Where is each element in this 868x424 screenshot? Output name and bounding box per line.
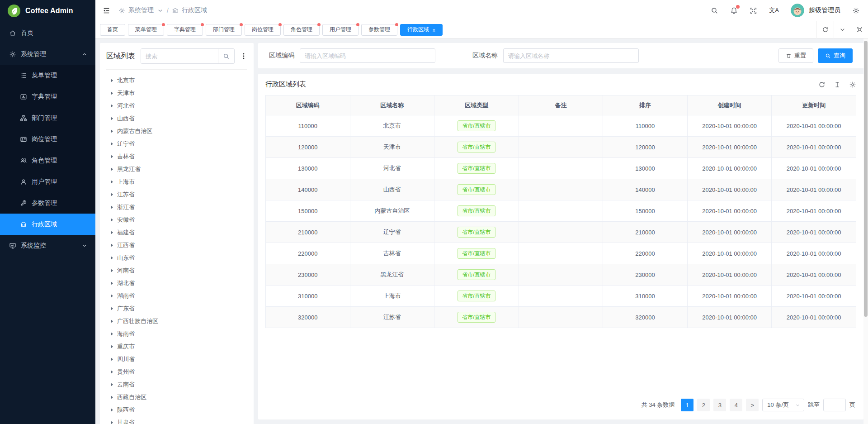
avatar[interactable] [791,4,804,17]
tab[interactable]: 菜单管理 [128,24,164,36]
tree-item[interactable]: 山东省 [106,252,247,264]
tab[interactable]: 首页 [100,24,125,36]
search-icon[interactable] [711,7,718,14]
caret-right-icon[interactable] [111,243,113,247]
tree-item[interactable]: 吉林省 [106,150,247,163]
table-row[interactable]: 230000黑龙江省省市/直辖市2300002020-10-01 00:00:0… [266,264,856,286]
caret-right-icon[interactable] [111,281,113,285]
tree-item[interactable]: 贵州省 [106,366,247,378]
sidebar-item[interactable]: 系统监控 [0,235,95,256]
tree-item[interactable]: 内蒙古自治区 [106,125,247,138]
query-button[interactable]: 查询 [818,48,853,63]
caret-right-icon[interactable] [111,218,113,222]
tree-item[interactable]: 湖北省 [106,277,247,290]
table-row[interactable]: 210000辽宁省省市/直辖市2100002020-10-01 00:00:00… [266,222,856,243]
tree-item[interactable]: 河北省 [106,100,247,112]
sidebar-item[interactable]: 角色管理 [0,150,95,171]
tree-item[interactable]: 陕西省 [106,404,247,416]
sidebar-item[interactable]: 菜单管理 [0,65,95,86]
tab[interactable]: 角色管理 [283,24,320,36]
page-size-select[interactable]: 10 条/页 [762,399,804,411]
caret-right-icon[interactable] [111,357,113,361]
table-row[interactable]: 150000内蒙古自治区省市/直辖市1500002020-10-01 00:00… [266,200,856,222]
jump-page-input[interactable] [823,399,846,411]
caret-right-icon[interactable] [111,180,113,184]
next-page-button[interactable]: > [746,399,759,411]
caret-right-icon[interactable] [111,104,113,108]
caret-right-icon[interactable] [111,319,113,323]
tree-item[interactable]: 广西壮族自治区 [106,315,247,328]
tree-search-button[interactable] [218,49,234,63]
tree-item[interactable]: 湖南省 [106,290,247,302]
sidebar-collapse-icon[interactable] [103,7,110,14]
tree-item[interactable]: 辽宁省 [106,138,247,150]
tree-more-icon[interactable] [240,52,247,60]
caret-right-icon[interactable] [111,91,113,95]
page-button[interactable]: 2 [697,399,710,411]
tab[interactable]: 参数管理 [361,24,397,36]
caret-right-icon[interactable] [111,193,113,196]
sidebar-item[interactable]: 岗位管理 [0,129,95,150]
scrollbar-thumb[interactable] [864,41,868,317]
tree-item[interactable]: 四川省 [106,353,247,366]
caret-right-icon[interactable] [111,167,113,171]
tree-item[interactable]: 江苏省 [106,188,247,201]
tree-item[interactable]: 浙江省 [106,201,247,214]
tree-item[interactable]: 上海市 [106,176,247,188]
caret-right-icon[interactable] [111,383,113,386]
breadcrumb-section[interactable]: 系统管理 [128,6,154,14]
reset-button[interactable]: 重置 [778,48,813,63]
sidebar-item[interactable]: 部门管理 [0,107,95,129]
page-scrollbar[interactable] [863,38,868,424]
tree-item[interactable]: 天津市 [106,87,247,100]
sidebar-item[interactable]: 行政区域 [0,214,95,235]
caret-right-icon[interactable] [111,205,113,209]
caret-right-icon[interactable] [111,155,113,158]
caret-right-icon[interactable] [111,395,113,399]
caret-right-icon[interactable] [111,142,113,146]
table-row[interactable]: 110000北京市省市/直辖市1100002020-10-01 00:00:00… [266,115,856,137]
table-row[interactable]: 310000上海市省市/直辖市3100002020-10-01 00:00:00… [266,286,856,307]
caret-right-icon[interactable] [111,345,113,348]
sidebar-item[interactable]: 系统管理 [0,43,95,65]
table-row[interactable]: 130000河北省省市/直辖市1300002020-10-01 00:00:00… [266,158,856,179]
tree-item[interactable]: 甘肃省 [106,416,247,424]
caret-right-icon[interactable] [111,421,113,424]
caret-right-icon[interactable] [111,370,113,374]
tab[interactable]: 字典管理 [167,24,203,36]
caret-right-icon[interactable] [111,79,113,82]
sidebar-item[interactable]: 字典管理 [0,86,95,107]
table-row[interactable]: 120000天津市省市/直辖市1200002020-10-01 00:00:00… [266,137,856,158]
fullscreen-icon[interactable] [750,7,757,14]
tree-item[interactable]: 广东省 [106,302,247,315]
tree-item[interactable]: 安徽省 [106,214,247,226]
page-button[interactable]: 4 [730,399,742,411]
tree-item[interactable]: 重庆市 [106,340,247,353]
column-settings-icon[interactable] [849,81,856,88]
tree-item[interactable]: 云南省 [106,378,247,391]
tab[interactable]: 行政区域x [400,24,443,36]
user-name[interactable]: 超级管理员 [809,6,840,14]
sidebar-item[interactable]: 参数管理 [0,192,95,214]
tree-item[interactable]: 黑龙江省 [106,163,247,176]
tree-search-input[interactable] [141,49,218,63]
tab[interactable]: 部门管理 [206,24,242,36]
page-button[interactable]: 3 [713,399,726,411]
tree-item[interactable]: 福建省 [106,226,247,239]
row-density-icon[interactable] [834,81,841,88]
tree-item[interactable]: 海南省 [106,328,247,340]
tab-close-icon[interactable]: x [433,27,435,33]
caret-right-icon[interactable] [111,269,113,272]
tree-item[interactable]: 河南省 [106,264,247,277]
tree-item[interactable]: 山西省 [106,112,247,125]
settings-gear-icon[interactable] [852,7,860,14]
region-name-input[interactable] [503,48,639,63]
notification-bell-icon[interactable] [730,7,738,14]
tab-menu-chevron-icon[interactable] [834,21,851,38]
tree-item[interactable]: 江西省 [106,239,247,252]
refresh-icon[interactable] [816,21,834,38]
breadcrumb-page[interactable]: 行政区域 [182,6,207,14]
tree-item[interactable]: 北京市 [106,74,247,87]
tree-item[interactable]: 西藏自治区 [106,391,247,404]
caret-right-icon[interactable] [111,256,113,260]
